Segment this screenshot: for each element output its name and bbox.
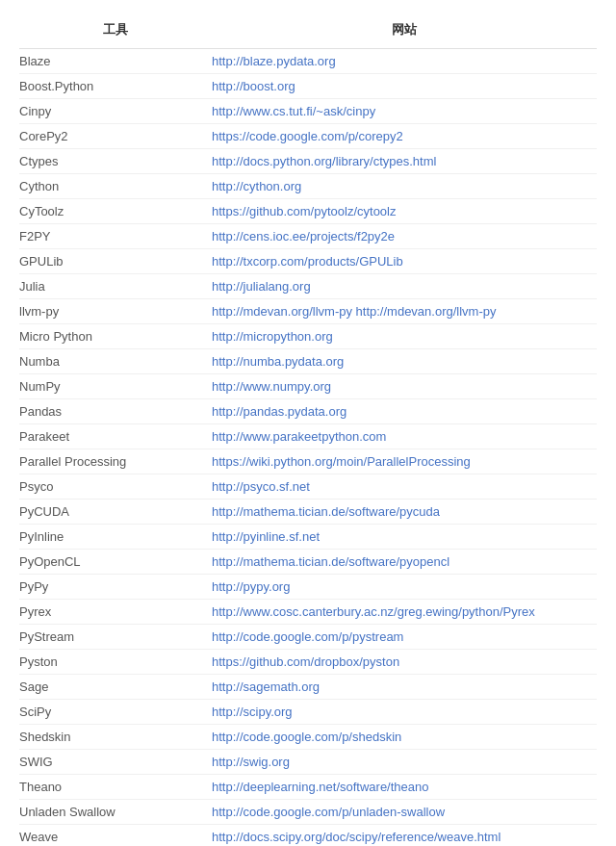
cell-url[interactable]: http://blaze.pydata.org [212, 54, 597, 68]
cell-url[interactable]: http://julialang.org [212, 279, 597, 294]
cell-tool-name: Cython [19, 179, 212, 193]
cell-url[interactable]: http://psyco.sf.net [212, 479, 597, 494]
cell-tool-name: Pyston [19, 654, 212, 669]
table-row: F2PYhttp://cens.ioc.ee/projects/f2py2e [19, 224, 597, 249]
cell-tool-name: Micro Python [19, 329, 212, 344]
cell-tool-name: PyInline [19, 529, 212, 544]
cell-url[interactable]: http://docs.scipy.org/doc/scipy/referenc… [212, 830, 597, 844]
cell-url[interactable]: http://pandas.pydata.org [212, 404, 597, 419]
cell-url[interactable]: http://numba.pydata.org [212, 354, 597, 369]
cell-url[interactable]: http://code.google.com/p/shedskin [212, 730, 597, 744]
cell-tool-name: Boost.Python [19, 79, 212, 93]
table-row: Weavehttp://docs.scipy.org/doc/scipy/ref… [19, 825, 597, 846]
cell-url[interactable]: http://mathema.tician.de/software/pycuda [212, 504, 597, 519]
cell-url[interactable]: http://mdevan.org/llvm-py http://mdevan.… [212, 304, 597, 319]
table-row: Juliahttp://julialang.org [19, 274, 597, 299]
table-row: Cinpyhttp://www.cs.tut.fi/~ask/cinpy [19, 99, 597, 124]
table-body: Blazehttp://blaze.pydata.orgBoost.Python… [19, 49, 597, 846]
header-url: 网站 [212, 21, 597, 38]
table-row: SciPyhttp://scipy.org [19, 700, 597, 725]
table-row: Parakeethttp://www.parakeetpython.com [19, 424, 597, 449]
table-row: Theanohttp://deeplearning.net/software/t… [19, 775, 597, 800]
table-row: PyPyhttp://pypy.org [19, 575, 597, 600]
cell-tool-name: Cinpy [19, 104, 212, 118]
cell-url[interactable]: http://deeplearning.net/software/theano [212, 780, 597, 794]
table-row: Micro Pythonhttp://micropython.org [19, 324, 597, 349]
cell-url[interactable]: http://code.google.com/p/unladen-swallow [212, 805, 597, 819]
cell-url[interactable]: http://micropython.org [212, 329, 597, 344]
table-row: GPULibhttp://txcorp.com/products/GPULib [19, 249, 597, 274]
cell-tool-name: Unladen Swallow [19, 805, 212, 819]
table-row: Parallel Processinghttps://wiki.python.o… [19, 449, 597, 474]
table-row: Blazehttp://blaze.pydata.org [19, 49, 597, 74]
cell-tool-name: llvm-py [19, 304, 212, 319]
cell-url[interactable]: http://www.cosc.canterbury.ac.nz/greg.ew… [212, 604, 597, 619]
table-row: PyInlinehttp://pyinline.sf.net [19, 525, 597, 550]
cell-url[interactable]: https://github.com/pytoolz/cytoolz [212, 204, 597, 218]
table-row: Psycohttp://psyco.sf.net [19, 474, 597, 500]
cell-tool-name: Theano [19, 780, 212, 794]
tools-table: 工具 网站 Blazehttp://blaze.pydata.orgBoost.… [19, 15, 597, 846]
cell-tool-name: SciPy [19, 705, 212, 719]
cell-tool-name: Psyco [19, 479, 212, 494]
table-row: Numbahttp://numba.pydata.org [19, 349, 597, 374]
cell-tool-name: PyCUDA [19, 504, 212, 519]
table-row: NumPyhttp://www.numpy.org [19, 374, 597, 399]
cell-url[interactable]: http://swig.org [212, 755, 597, 769]
cell-url[interactable]: http://www.cs.tut.fi/~ask/cinpy [212, 104, 597, 118]
cell-url[interactable]: http://pypy.org [212, 579, 597, 594]
cell-tool-name: NumPy [19, 379, 212, 394]
table-row: Cythonhttp://cython.org [19, 174, 597, 199]
cell-tool-name: Pandas [19, 404, 212, 419]
table-header: 工具 网站 [19, 15, 597, 49]
cell-tool-name: CorePy2 [19, 129, 212, 143]
cell-tool-name: PyStream [19, 629, 212, 644]
cell-url[interactable]: http://txcorp.com/products/GPULib [212, 254, 597, 269]
table-row: Pyrexhttp://www.cosc.canterbury.ac.nz/gr… [19, 600, 597, 625]
cell-tool-name: Pyrex [19, 604, 212, 619]
table-row: CorePy2https://code.google.com/p/corepy2 [19, 124, 597, 149]
cell-tool-name: Parakeet [19, 429, 212, 444]
cell-url[interactable]: http://www.parakeetpython.com [212, 429, 597, 444]
cell-tool-name: CyToolz [19, 204, 212, 218]
cell-url[interactable]: http://sagemath.org [212, 679, 597, 694]
table-row: Boost.Pythonhttp://boost.org [19, 74, 597, 99]
cell-url[interactable]: http://docs.python.org/library/ctypes.ht… [212, 154, 597, 168]
cell-tool-name: Blaze [19, 54, 212, 68]
cell-tool-name: Shedskin [19, 730, 212, 744]
cell-tool-name: PyPy [19, 579, 212, 594]
table-row: PyOpenCLhttp://mathema.tician.de/softwar… [19, 550, 597, 575]
table-row: Pystonhttps://github.com/dropbox/pyston [19, 650, 597, 675]
table-row: PyStreamhttp://code.google.com/p/pystrea… [19, 625, 597, 650]
cell-url[interactable]: http://www.numpy.org [212, 379, 597, 394]
cell-url[interactable]: http://code.google.com/p/pystream [212, 629, 597, 644]
table-row: CyToolzhttps://github.com/pytoolz/cytool… [19, 199, 597, 224]
cell-tool-name: F2PY [19, 229, 212, 244]
cell-url[interactable]: https://code.google.com/p/corepy2 [212, 129, 597, 143]
table-row: Ctypeshttp://docs.python.org/library/cty… [19, 149, 597, 174]
cell-url[interactable]: http://boost.org [212, 79, 597, 93]
cell-tool-name: GPULib [19, 254, 212, 269]
cell-url[interactable]: http://mathema.tician.de/software/pyopen… [212, 554, 597, 569]
cell-url[interactable]: http://pyinline.sf.net [212, 529, 597, 544]
cell-url[interactable]: https://wiki.python.org/moin/ParallelPro… [212, 454, 597, 469]
table-row: PyCUDAhttp://mathema.tician.de/software/… [19, 500, 597, 525]
cell-tool-name: Parallel Processing [19, 454, 212, 469]
header-tool: 工具 [19, 21, 212, 38]
cell-url[interactable]: https://github.com/dropbox/pyston [212, 654, 597, 669]
cell-url[interactable]: http://cython.org [212, 179, 597, 193]
cell-tool-name: Numba [19, 354, 212, 369]
table-row: Shedskinhttp://code.google.com/p/shedski… [19, 725, 597, 750]
cell-tool-name: Ctypes [19, 154, 212, 168]
table-row: Sagehttp://sagemath.org [19, 675, 597, 700]
main-container: 工具 网站 Blazehttp://blaze.pydata.orgBoost.… [0, 0, 616, 846]
cell-url[interactable]: http://cens.ioc.ee/projects/f2py2e [212, 229, 597, 244]
cell-tool-name: Weave [19, 830, 212, 844]
table-row: llvm-pyhttp://mdevan.org/llvm-py http://… [19, 299, 597, 324]
cell-tool-name: PyOpenCL [19, 554, 212, 569]
cell-url[interactable]: http://scipy.org [212, 705, 597, 719]
cell-tool-name: SWIG [19, 755, 212, 769]
cell-tool-name: Sage [19, 679, 212, 694]
table-row: SWIGhttp://swig.org [19, 750, 597, 775]
table-row: Unladen Swallowhttp://code.google.com/p/… [19, 800, 597, 825]
